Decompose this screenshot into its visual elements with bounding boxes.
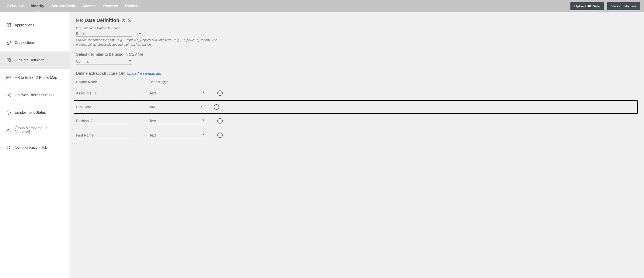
filename-hint-text: Provide the source file name (e.g., Empl…: [76, 38, 219, 47]
svg-point-12: [8, 129, 9, 130]
structure-row: [76, 114, 638, 128]
filename-pattern-input[interactable]: [76, 31, 132, 37]
svg-rect-4: [7, 58, 10, 62]
sidebar-item-label: Lifecycle Business Rules: [15, 93, 54, 97]
link-icon: [6, 40, 11, 45]
main-content: HR Data Definition CSV Filename Pattern …: [70, 12, 644, 278]
svg-point-7: [8, 77, 8, 78]
header-name-input[interactable]: [76, 118, 132, 124]
structure-row: [76, 128, 638, 142]
sidebar-item-label: Employment Status: [15, 111, 46, 115]
column-header-type: Header Type: [149, 80, 205, 84]
sidebar-item-label: Group Memberships [Optional]: [15, 126, 63, 134]
svg-rect-1: [9, 24, 10, 25]
delimiter-label: Select delimiter to be used in CSV file: [76, 52, 638, 57]
filename-pattern-label: CSV Filename Pattern to Scan*: [76, 27, 638, 30]
header-type-select[interactable]: [149, 90, 205, 96]
tab-service-desk[interactable]: Service Desk: [48, 0, 79, 12]
header-type-select[interactable]: [148, 104, 204, 110]
upload-sample-file-link[interactable]: Upload a sample file: [126, 71, 161, 76]
version-history-button[interactable]: Version History: [607, 2, 640, 10]
sidebar-item-label: Connections: [15, 41, 35, 45]
sidebar-item-group-memberships[interactable]: Group Memberships [Optional]: [0, 121, 70, 139]
tab-review[interactable]: Review: [122, 0, 142, 12]
sidebar-item-applications[interactable]: Applications: [0, 17, 70, 34]
column-header-name: Header Name: [76, 80, 132, 84]
structure-row: [74, 100, 638, 114]
sidebar-item-communication-hub[interactable]: Communication Hub: [0, 139, 70, 156]
svg-rect-0: [7, 24, 8, 25]
help-icon[interactable]: [122, 18, 126, 22]
tab-overview[interactable]: Overview: [3, 0, 27, 12]
top-nav-tabs: Overview Identity Service Desk Access Ob…: [3, 0, 142, 12]
svg-rect-2: [7, 26, 8, 27]
filename-extension-label: .csv: [134, 32, 141, 37]
define-structure-label: Define extract structure OR: [76, 71, 125, 76]
tab-access[interactable]: Access: [79, 0, 99, 12]
header-name-input[interactable]: [76, 132, 132, 138]
sidebar-item-label: Communication Hub: [15, 145, 47, 150]
structure-row: [76, 86, 638, 100]
top-nav-actions: Upload HR Data Version History: [570, 2, 641, 10]
id-card-icon: [6, 75, 11, 80]
sidebar: Applications Connections HR Data Definit…: [0, 12, 70, 278]
upload-hr-data-button[interactable]: Upload HR Data: [570, 2, 604, 10]
megaphone-icon: [6, 145, 11, 150]
sidebar-item-hr-data-definition[interactable]: HR Data Definition: [0, 52, 70, 69]
svg-point-10: [8, 94, 10, 95]
sidebar-item-employment-status[interactable]: Employment Status: [0, 104, 70, 121]
sidebar-item-connections[interactable]: Connections: [0, 34, 70, 52]
svg-point-13: [9, 129, 10, 130]
sidebar-item-label: HR to Entra ID Profile Map: [15, 76, 57, 80]
tab-observe[interactable]: Observe: [99, 0, 122, 12]
header-name-input[interactable]: [76, 104, 132, 110]
users-icon: [6, 128, 11, 133]
sidebar-item-label: Applications: [15, 23, 34, 27]
user-cycle-icon: [6, 93, 11, 98]
svg-rect-3: [9, 26, 10, 27]
sidebar-item-label: HR Data Definition: [15, 58, 44, 62]
sidebar-item-lifecycle-rules[interactable]: Lifecycle Business Rules: [0, 86, 70, 104]
play-icon[interactable]: [128, 18, 132, 22]
header-type-select[interactable]: [149, 132, 205, 138]
delimiter-select[interactable]: [76, 58, 132, 65]
svg-point-11: [7, 111, 11, 115]
remove-row-button[interactable]: [217, 133, 223, 138]
id-badge-icon: [6, 58, 11, 63]
svg-point-15: [124, 21, 124, 21]
grid-icon: [6, 23, 11, 28]
remove-row-button[interactable]: [217, 118, 223, 124]
svg-point-5: [8, 59, 10, 61]
header-name-input[interactable]: [76, 90, 132, 96]
check-circle-icon: [6, 110, 11, 115]
tab-identity[interactable]: Identity: [27, 0, 48, 12]
page-title: HR Data Definition: [76, 18, 119, 23]
sidebar-item-hr-entra-map[interactable]: HR to Entra ID Profile Map: [0, 69, 70, 86]
header-type-select[interactable]: [149, 118, 205, 124]
remove-row-button[interactable]: [217, 90, 223, 96]
remove-row-button[interactable]: [214, 104, 219, 110]
top-nav-bar: Overview Identity Service Desk Access Ob…: [0, 0, 644, 12]
